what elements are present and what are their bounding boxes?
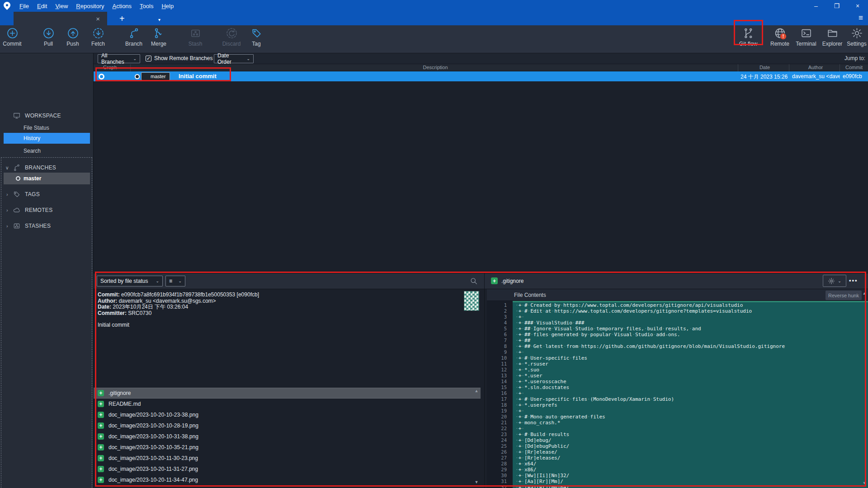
menu-item-help[interactable]: Help: [157, 1, 178, 11]
diff-line-number: 30: [487, 473, 513, 479]
toolbar-button-terminal[interactable]: Terminal: [793, 27, 819, 52]
file-row[interactable]: +doc_image/2023-10-20-10-28-19.png: [94, 420, 481, 431]
column-header-author[interactable]: Author: [790, 65, 841, 70]
toolbar-button-discard[interactable]: Discard: [218, 27, 245, 52]
view-options-select[interactable]: ≡ ⌄: [165, 276, 185, 286]
fetch-icon: [92, 27, 104, 39]
column-divider: [840, 64, 840, 71]
file-added-icon: +: [98, 466, 104, 472]
sidebar-item-master[interactable]: master: [4, 173, 90, 184]
file-row[interactable]: +.gitignore: [94, 388, 481, 399]
column-header-date[interactable]: Date: [739, 65, 790, 70]
column-header-graph[interactable]: Graph: [103, 65, 130, 70]
file-name: doc_image/2023-10-20-10-28-19.png: [108, 422, 198, 429]
menu-item-edit[interactable]: Edit: [33, 1, 51, 11]
toolbar-button-pull[interactable]: Pull: [35, 27, 61, 52]
diff-line-number: 2: [487, 308, 513, 314]
file-row[interactable]: +doc_image/2023-10-20-10-35-21.png: [94, 442, 481, 453]
show-remote-branches-checkbox[interactable]: [146, 56, 151, 61]
file-row[interactable]: +README.md: [94, 399, 481, 409]
sidebar-section-workspace[interactable]: ›WORKSPACE: [0, 111, 94, 121]
file-added-icon: +: [98, 477, 104, 483]
toolbar-button-push[interactable]: Push: [60, 27, 86, 52]
sidebar-section-branches[interactable]: ∨BRANCHES: [0, 163, 94, 173]
logo-dot: [6, 4, 8, 6]
toolbar-button-settings[interactable]: Settings: [844, 27, 868, 52]
more-options-button[interactable]: •••: [849, 277, 858, 284]
show-remote-branches-label: Show Remote Branches: [154, 55, 212, 61]
sidebar-section-tags[interactable]: ›TAGS: [0, 189, 94, 199]
file-row[interactable]: +doc_image/2023-10-20-11-31-27.png: [94, 464, 481, 474]
close-button[interactable]: ×: [847, 0, 868, 12]
menu-item-view[interactable]: View: [51, 1, 72, 11]
file-row[interactable]: +doc_image/2023-10-20-11-30-23.png: [94, 453, 481, 464]
chevron-right-icon[interactable]: ›: [4, 223, 10, 229]
chevron-down-icon[interactable]: ∨: [4, 165, 10, 171]
diff-line-number: 22: [487, 426, 513, 432]
scroll-up-icon[interactable]: ▲: [473, 389, 480, 394]
menu-item-tools[interactable]: Tools: [136, 1, 157, 11]
diff-line: 11·+·*.rsuser: [487, 361, 868, 367]
search-icon[interactable]: [470, 277, 478, 285]
sidebar-item-file-status[interactable]: File Status: [4, 123, 90, 133]
toolbar-button-tag[interactable]: Tag: [243, 27, 269, 52]
sidebar-item-search[interactable]: Search: [4, 146, 90, 156]
menu-item-repository[interactable]: Repository: [72, 1, 108, 11]
diff-line-number: 15: [487, 385, 513, 390]
chevron-down-icon: ⌄: [156, 279, 159, 283]
hamburger-menu-icon[interactable]: ≡: [859, 11, 863, 25]
diff-line-content: ·+·[Aa][Rr][Mm]64/: [513, 484, 868, 488]
sort-order-select[interactable]: Date Order ⌄: [214, 54, 254, 63]
toolbar-button-explorer[interactable]: Explorer: [819, 27, 845, 52]
toolbar-button-stash[interactable]: Stash: [182, 27, 208, 52]
toolbar-button-remote[interactable]: !Remote: [767, 27, 793, 52]
diff-line: 3·+·: [487, 314, 868, 320]
diff-line-content: ·+·*.userosscache: [513, 379, 868, 385]
file-row[interactable]: +doc_image/2023-10-20-10-23-38.png: [94, 409, 481, 420]
chevron-right-icon[interactable]: ›: [4, 192, 10, 197]
commit-row[interactable]: master Initial commit 24 十月 2023 15:26 d…: [94, 71, 868, 81]
tab-close-icon[interactable]: ×: [96, 15, 100, 23]
filter-bar: All Branches ⌄ Show Remote Branches Date…: [94, 53, 868, 64]
diff-scroll-up-icon[interactable]: ▲: [861, 291, 868, 296]
date-line: Date: 2023年10月24日 下午 03:26:04: [98, 304, 259, 310]
file-row[interactable]: +doc_image/2023-10-20-10-31-38.png: [94, 431, 481, 442]
toolbar-button-merge[interactable]: Merge: [146, 27, 172, 52]
sidebar-item-history[interactable]: History: [4, 133, 90, 144]
toolbar-button-commit[interactable]: Commit: [0, 27, 25, 52]
file-row[interactable]: +doc_image/2023-10-20-11-34-47.png: [94, 474, 481, 485]
new-tab-button[interactable]: +: [119, 12, 125, 25]
diff-scroll-down-icon[interactable]: ▼: [861, 481, 868, 486]
column-header-description[interactable]: Description: [132, 65, 739, 70]
menu-item-file[interactable]: File: [15, 1, 33, 11]
minimize-button[interactable]: –: [806, 0, 826, 12]
diff-line: 6·+·##·files·generated·by·popular·Visual…: [487, 332, 868, 338]
chevron-right-icon[interactable]: ›: [4, 207, 10, 213]
branch-filter-select[interactable]: All Branches ⌄: [98, 54, 140, 63]
file-contents-label: File Contents: [514, 292, 546, 298]
discard-icon: [226, 27, 238, 39]
menu-item-actions[interactable]: Actions: [108, 1, 136, 11]
diff-line-number: 6: [487, 332, 513, 338]
commit-hash: e090fcb: [843, 73, 868, 80]
diff-line: 22·+·: [487, 426, 868, 432]
file-sort-select[interactable]: Sorted by file status ⌄: [97, 276, 163, 286]
sidebar-section-remotes[interactable]: ›REMOTES: [0, 205, 94, 215]
scroll-down-icon[interactable]: ▼: [473, 480, 480, 485]
maximize-button[interactable]: ❐: [826, 0, 847, 12]
toolbar-button-fetch[interactable]: Fetch: [85, 27, 111, 52]
toolbar-button-branch[interactable]: Branch: [121, 27, 147, 52]
sidebar-section-label: TAGS: [25, 191, 40, 197]
diff-line-content: ·+·#·Mono·auto·generated·files: [513, 414, 868, 420]
diff-line-number: 18: [487, 402, 513, 408]
reverse-hunk-button[interactable]: Reverse hunk: [826, 291, 862, 300]
tab-list-dropdown-icon[interactable]: ▾: [158, 13, 160, 26]
toolbar-button-gitflow[interactable]: Git-flow: [735, 27, 761, 52]
diff-line: 14·+·*.userosscache: [487, 379, 868, 385]
file-name: .gitignore: [108, 390, 131, 396]
column-header-commit[interactable]: Commit: [841, 65, 867, 70]
sidebar-section-stashes[interactable]: ›STASHES: [0, 221, 94, 231]
diff-options-button[interactable]: ⌄: [823, 275, 846, 287]
diff-line-content: ·+·x86/: [513, 467, 868, 473]
repository-tab[interactable]: ×: [14, 12, 107, 25]
